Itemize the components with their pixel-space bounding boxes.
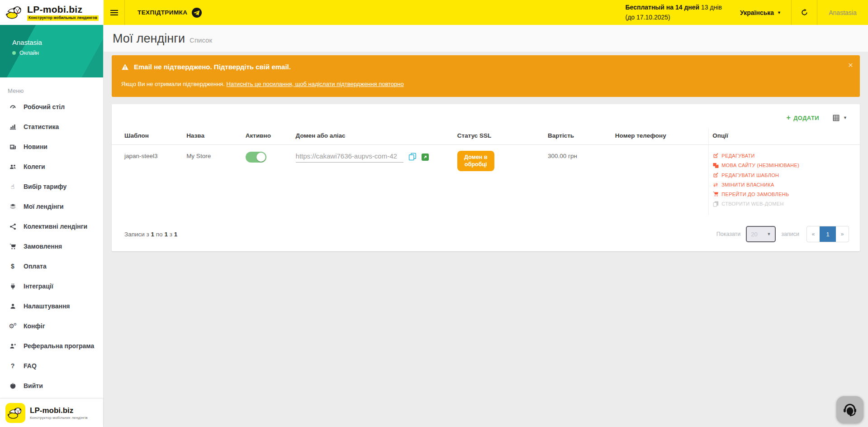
sidebar-item-collective[interactable]: Колективні лендінги — [0, 216, 103, 236]
sidebar-item-label: Інтеграції — [24, 283, 53, 290]
column-header: Активно — [242, 129, 292, 145]
close-icon[interactable]: × — [848, 61, 853, 69]
columns-dropdown-button[interactable]: ▼ — [833, 115, 847, 121]
plus-icon: + — [786, 114, 791, 121]
collective-icon — [8, 223, 18, 230]
payment-icon: $ — [8, 263, 18, 269]
sidebar-item-label: Мої лендінги — [24, 203, 64, 210]
tariff-days-left: 13 днів — [701, 4, 722, 11]
faq-icon: ? — [8, 363, 18, 369]
option-link[interactable]: Aя МОВА САЙТУ (НЕЗМІНЮВАНЕ) — [712, 163, 856, 168]
sidebar-item-integrations[interactable]: Інтеграції — [0, 276, 103, 296]
settings-icon — [8, 303, 18, 310]
sidebar-item-colleagues[interactable]: Колеги — [0, 157, 103, 177]
news-icon — [8, 144, 18, 150]
pager-prev-button[interactable]: « — [807, 226, 820, 242]
show-label: Показати — [716, 231, 741, 237]
stats-icon — [8, 124, 18, 130]
sidebar-item-orders[interactable]: Замовлення — [0, 236, 103, 256]
svg-text:A: A — [714, 163, 716, 166]
chevron-down-icon: ▼ — [777, 10, 781, 15]
dashboard-icon — [8, 104, 18, 110]
email-warning-banner: Email не підтверджено. Підтвердіть свій … — [112, 55, 860, 97]
sidebar-item-my-landings[interactable]: Мої лендінги — [0, 197, 103, 216]
chevron-down-icon: ▼ — [767, 232, 771, 236]
content-header: Мої лендінгиСписок — [104, 25, 868, 52]
telegram-icon — [192, 8, 202, 18]
support-label: ТЕХПІДТРИМКА — [138, 9, 187, 16]
sidebar-item-faq[interactable]: ? FAQ — [0, 356, 103, 376]
brand-title: LP-mobi.biz — [27, 4, 99, 14]
sidebar-item-settings[interactable]: Налаштування — [0, 296, 103, 316]
column-header: Вартість — [544, 129, 612, 145]
pager-page-1-button[interactable]: 1 — [820, 226, 836, 242]
option-link[interactable]: РЕДАГУВАТИ — [712, 153, 856, 158]
language-label: Українська — [740, 9, 774, 16]
column-header: Опції — [709, 129, 860, 145]
column-header: Номер телефону — [612, 129, 709, 145]
resend-confirmation-link[interactable]: Натисніть це посилання, щоб надіслати пі… — [227, 81, 404, 87]
sidebar: Anastasia Онлайн Меню Робочий стіл Стати… — [0, 25, 104, 427]
chevron-down-icon: ▼ — [843, 115, 847, 120]
table-header-row: ШаблонНазваАктивноДомен або аліасСтатус … — [112, 129, 860, 145]
sidebar-item-logout[interactable]: Вийти — [0, 376, 103, 396]
option-link[interactable]: ⇄ ЗМІНИТИ ВЛАСНИКА — [712, 182, 856, 187]
refresh-button[interactable] — [792, 9, 817, 16]
sidebar-user-panel: Anastasia Онлайн — [0, 25, 103, 77]
sidebar-menu: Робочий стіл Статистика Новини Колеги ☝ … — [0, 95, 103, 396]
exchange-icon: ⇄ — [712, 182, 719, 187]
config-icon: ⚙⚙ — [8, 323, 18, 329]
option-link: СТВОРИТИ WEB-ДОМЕН — [712, 201, 856, 207]
add-landing-button[interactable]: + ДОДАТИ — [786, 114, 819, 121]
option-label: РЕДАГУВАТИ ШАБЛОН — [721, 173, 779, 178]
colleagues-icon — [8, 163, 18, 170]
open-link-icon[interactable] — [422, 154, 429, 161]
sidebar-toggle-button[interactable] — [104, 0, 125, 25]
warning-icon — [121, 63, 129, 71]
sidebar-item-label: Статистика — [24, 123, 59, 130]
footer-brand-title: LP-mobi.biz — [30, 406, 88, 415]
main-content: Мої лендінгиСписок Email не підтверджено… — [104, 25, 868, 427]
option-link[interactable]: РЕДАГУВАТИ ШАБЛОН — [712, 172, 856, 178]
cell-name: My Store — [183, 145, 242, 216]
option-label: МОВА САЙТУ (НЕЗМІНЮВАНЕ) — [721, 163, 799, 168]
sidebar-item-label: Вибір тарифу — [24, 183, 66, 190]
domain-input[interactable] — [296, 151, 403, 163]
sidebar-item-statistics[interactable]: Статистика — [0, 117, 103, 137]
language-selector[interactable]: Українська ▼ — [730, 9, 791, 16]
language-icon: Aя — [712, 163, 719, 168]
clone-icon — [712, 201, 719, 207]
brand-subtitle: Конструктор мобильных лендингов — [27, 15, 99, 20]
sidebar-item-tariff[interactable]: ☝ Вибір тарифу — [0, 177, 103, 197]
sidebar-item-payment[interactable]: $ Оплата — [0, 256, 103, 276]
referral-icon — [8, 343, 18, 350]
cell-price: 300.00 грн — [544, 145, 612, 216]
support-chat-button[interactable] — [836, 396, 863, 423]
cell-options: РЕДАГУВАТИ Aя МОВА САЙТУ (НЕЗМІНЮВАНЕ) Р… — [709, 145, 860, 216]
online-status-dot — [12, 51, 16, 55]
sidebar-item-news[interactable]: Новини — [0, 137, 103, 157]
footer-brand-subtitle: Конструктор мобільних лендінгів — [30, 416, 88, 420]
active-toggle[interactable] — [246, 152, 266, 163]
sidebar-item-label: Новини — [24, 143, 47, 150]
page-title: Мої лендінги — [113, 32, 185, 45]
copy-icon[interactable] — [408, 153, 417, 161]
page-size-select[interactable]: 20 ▼ — [746, 226, 776, 242]
tariff-plan: Бесплатный на 14 дней — [625, 4, 699, 11]
sidebar-footer-brand[interactable]: LP-mobi.biz Конструктор мобільних лендін… — [0, 398, 103, 427]
support-link[interactable]: ТЕХПІДТРИМКА — [125, 0, 214, 25]
cell-template: japan-steel3 — [112, 145, 183, 216]
sidebar-item-label: Колеги — [24, 163, 45, 170]
grid-icon — [833, 115, 840, 121]
sidebar-item-dashboard[interactable]: Робочий стіл — [0, 97, 103, 117]
pager-next-button[interactable]: » — [836, 226, 849, 242]
option-link[interactable]: ПЕРЕЙТИ ДО ЗАМОВЛЕНЬ — [712, 191, 856, 197]
sidebar-item-label: Вийти — [24, 382, 43, 389]
sidebar-item-referral[interactable]: Реферальна програма — [0, 336, 103, 356]
column-header: Назва — [183, 129, 242, 145]
table-row: japan-steel3 My Store Домен в обробці 30… — [112, 145, 860, 216]
topbar-username[interactable]: Anastasia — [817, 9, 868, 16]
brand-logo[interactable]: LP-mobi.biz Конструктор мобильных лендин… — [0, 0, 104, 25]
sidebar-item-config[interactable]: ⚙⚙ Конфіг — [0, 316, 103, 336]
cart-icon — [712, 191, 719, 197]
